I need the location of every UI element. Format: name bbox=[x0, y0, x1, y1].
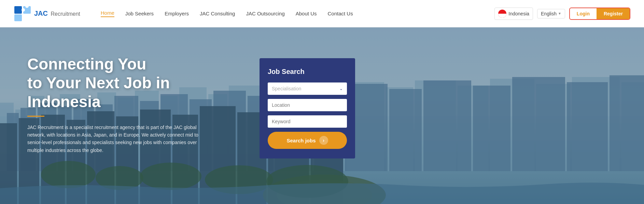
job-search-box: Job Search Specialisation ⌄ Search jobs … bbox=[260, 58, 355, 158]
register-button[interactable]: Register bbox=[597, 8, 630, 19]
search-arrow-icon: › bbox=[319, 136, 328, 145]
nav-links: Home Job Seekers Employers JAC Consultin… bbox=[101, 10, 495, 17]
navbar: JAC Recruitment Home Job Seekers Employe… bbox=[0, 0, 644, 27]
country-selector[interactable]: Indonesia bbox=[494, 8, 533, 20]
language-selector[interactable]: English ▼ bbox=[537, 9, 565, 18]
location-input[interactable] bbox=[272, 102, 343, 108]
keyword-input[interactable] bbox=[272, 119, 343, 124]
nav-employers[interactable]: Employers bbox=[165, 11, 189, 16]
auth-buttons: Login Register bbox=[569, 8, 630, 20]
nav-home[interactable]: Home bbox=[101, 10, 114, 17]
keyword-field[interactable] bbox=[268, 115, 347, 128]
search-jobs-label: Search jobs bbox=[286, 138, 316, 143]
language-label: English bbox=[541, 11, 557, 16]
nav-jac-consulting[interactable]: JAC Consulting bbox=[200, 11, 235, 16]
nav-about-us[interactable]: About Us bbox=[296, 11, 317, 16]
job-search-title: Job Search bbox=[268, 68, 347, 76]
location-field[interactable] bbox=[268, 99, 347, 111]
nav-contact-us[interactable]: Contact Us bbox=[327, 11, 353, 16]
svg-point-4 bbox=[22, 8, 25, 12]
country-label: Indonesia bbox=[508, 11, 529, 16]
logo-text: JAC Recruitment bbox=[34, 10, 80, 17]
logo-icon bbox=[14, 5, 31, 22]
hero-section: Connecting You to Your Next Job in Indon… bbox=[0, 27, 644, 204]
logo[interactable]: JAC Recruitment bbox=[14, 5, 80, 22]
svg-rect-0 bbox=[14, 6, 22, 14]
chevron-down-icon: ▼ bbox=[558, 12, 561, 15]
nav-jac-outsourcing[interactable]: JAC Outsourcing bbox=[246, 11, 284, 16]
svg-rect-2 bbox=[14, 14, 22, 21]
hero-content: Connecting You to Your Next Job in Indon… bbox=[0, 27, 644, 204]
nav-right: Indonesia English ▼ Login Register bbox=[494, 8, 630, 20]
hero-description: JAC Recruitment is a specialist recruitm… bbox=[27, 124, 208, 154]
chevron-down-icon: ⌄ bbox=[339, 86, 343, 91]
specialisation-placeholder: Specialisation bbox=[272, 86, 301, 91]
specialisation-dropdown[interactable]: Specialisation ⌄ bbox=[268, 82, 347, 95]
login-button[interactable]: Login bbox=[570, 8, 597, 19]
hero-title-underline bbox=[27, 116, 44, 117]
indonesia-flag-icon bbox=[498, 10, 506, 18]
search-jobs-button[interactable]: Search jobs › bbox=[268, 132, 347, 149]
hero-text-area: Connecting You to Your Next Job in Indon… bbox=[27, 48, 239, 154]
hero-title: Connecting You to Your Next Job in Indon… bbox=[27, 55, 239, 112]
nav-job-seekers[interactable]: Job Seekers bbox=[125, 11, 154, 16]
